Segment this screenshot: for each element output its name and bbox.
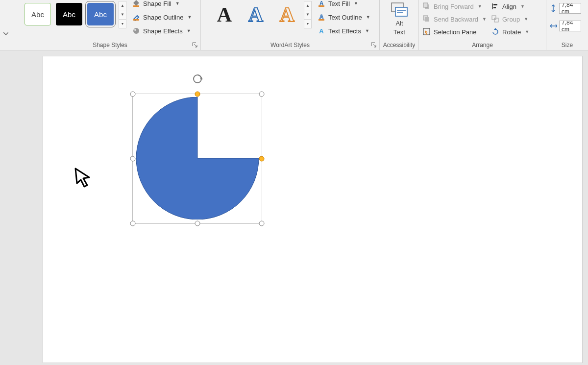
shape-style-thumb-1[interactable]: Abc (24, 3, 51, 25)
chevron-down-icon: ▼ (525, 29, 529, 34)
group-button[interactable]: Group ▼ (490, 13, 539, 25)
wordart-style-thumb-1[interactable]: A (211, 1, 238, 28)
text-effects-icon: A (318, 27, 325, 35)
group-accessibility: Alt Text Accessibility (380, 0, 419, 50)
svg-point-3 (134, 29, 136, 31)
svg-rect-10 (318, 19, 324, 21)
shape-width-field[interactable]: 7,84 cm (549, 21, 581, 31)
gallery-expand-button[interactable]: ▾ (119, 20, 126, 28)
ribbon-collapse-button[interactable] (0, 0, 12, 39)
ribbon: Abc Abc Abc ▲ ▼ ▾ Shape Fill ▼ (0, 0, 588, 50)
shape-effects-label: Shape Effects (143, 27, 183, 35)
shape-fill-button[interactable]: Shape Fill ▼ (130, 0, 182, 10)
chevron-down-icon: ▼ (175, 1, 180, 6)
alt-text-label-line1: Alt (395, 20, 403, 27)
chevron-down-icon: ▼ (524, 17, 528, 22)
shape-outline-button[interactable]: Shape Outline ▼ (130, 11, 194, 24)
svg-rect-1 (133, 19, 139, 21)
align-button[interactable]: Align ▼ (490, 0, 539, 13)
shape-style-gallery-scroll[interactable]: ▲ ▼ ▾ (119, 1, 126, 28)
text-outline-icon: A (318, 13, 325, 21)
letter-a-black-icon: A (213, 3, 236, 26)
selection-pane-label: Selection Pane (434, 28, 476, 36)
chevron-down-icon: ▼ (187, 15, 192, 20)
svg-rect-17 (423, 3, 428, 7)
shape-style-thumb-3[interactable]: Abc (87, 3, 114, 25)
gallery-scroll-up-button[interactable]: ▲ (304, 1, 311, 10)
shape-height-field[interactable]: 7,84 cm (549, 3, 581, 14)
group-icon (491, 15, 499, 23)
rotate-label: Rotate (502, 28, 521, 36)
wordart-style-thumb-2[interactable]: A (242, 1, 270, 28)
text-outline-label: Text Outline (328, 14, 362, 21)
chevron-down-icon: ▼ (306, 12, 310, 17)
rotate-button[interactable]: Rotate ▼ (490, 25, 539, 38)
svg-text:A: A (248, 3, 264, 26)
chevron-up-icon: ▲ (306, 3, 310, 8)
gallery-scroll-down-button[interactable]: ▼ (119, 10, 126, 19)
shape-effects-icon (132, 27, 140, 35)
wordart-style-thumb-3[interactable]: A (273, 1, 301, 28)
alt-text-button[interactable]: Alt Text (385, 0, 414, 38)
svg-text:A: A (280, 3, 295, 26)
shape-style-thumb-label: Abc (63, 10, 75, 19)
alt-text-label-line2: Text (393, 29, 405, 36)
group-label-arrange: Arrange (472, 42, 493, 49)
selected-pie-shape[interactable] (136, 97, 259, 219)
expand-icon: ▾ (307, 22, 309, 26)
send-backward-button[interactable]: Send Backward ▼ (421, 13, 490, 25)
gallery-scroll-up-button[interactable]: ▲ (119, 1, 126, 10)
selection-pane-icon (423, 28, 431, 36)
shape-effects-button[interactable]: Shape Effects ▼ (130, 24, 193, 37)
text-fill-label: Text Fill (328, 0, 350, 7)
group-label-wordart-styles: WordArt Styles (270, 42, 310, 49)
svg-rect-8 (318, 5, 324, 7)
group-label-accessibility: Accessibility (383, 42, 415, 49)
bring-forward-label: Bring Forward (434, 3, 474, 10)
chevron-down-icon: ▼ (520, 4, 525, 9)
shape-width-input[interactable]: 7,84 cm (559, 21, 581, 31)
svg-rect-24 (494, 18, 498, 22)
wordart-styles-launcher[interactable] (370, 42, 377, 49)
group-label-size: Size (562, 42, 573, 49)
expand-icon: ▾ (122, 22, 123, 26)
chevron-up-icon: ▲ (121, 3, 124, 8)
chevron-down-icon: ▼ (354, 1, 358, 6)
svg-text:A: A (319, 27, 324, 35)
shape-width-value: 7,84 cm (562, 21, 579, 31)
document-page[interactable] (43, 56, 582, 363)
text-effects-button[interactable]: A Text Effects ▼ (316, 24, 371, 37)
svg-rect-23 (492, 16, 496, 20)
letter-a-outline-blue-icon: A (244, 3, 268, 26)
gallery-scroll-down-button[interactable]: ▼ (304, 10, 311, 19)
wordart-gallery-scroll[interactable]: ▲ ▼ ▾ (304, 1, 312, 28)
selection-pane-button[interactable]: Selection Pane (421, 25, 490, 38)
group-size: 7,84 cm 7,84 cm Size (546, 0, 588, 50)
height-icon (549, 4, 557, 12)
chevron-down-icon: ▼ (187, 28, 191, 33)
svg-rect-20 (493, 7, 496, 8)
gallery-expand-button[interactable]: ▾ (304, 20, 311, 28)
text-fill-button[interactable]: A Text Fill ▼ (316, 0, 360, 10)
rotate-icon (491, 28, 499, 36)
width-icon (549, 22, 557, 30)
text-effects-label: Text Effects (328, 27, 361, 35)
shape-height-input[interactable]: 7,84 cm (559, 3, 581, 14)
text-outline-button[interactable]: A Text Outline ▼ (316, 11, 372, 24)
shape-style-thumb-label: Abc (94, 10, 107, 19)
shape-outline-label: Shape Outline (143, 14, 183, 21)
bring-forward-icon (423, 2, 431, 10)
shape-fill-label: Shape Fill (143, 0, 172, 7)
group-wordart-styles: A A A ▲ ▼ ▾ A Text Fill ▼ A (201, 0, 380, 50)
shape-outline-icon (132, 13, 140, 21)
alt-text-icon (391, 2, 408, 19)
align-label: Align (502, 3, 516, 10)
svg-rect-0 (133, 5, 139, 7)
shape-styles-launcher[interactable] (192, 42, 198, 49)
svg-rect-19 (493, 4, 497, 5)
group-shape-styles: Abc Abc Abc ▲ ▼ ▾ Shape Fill ▼ (20, 0, 201, 50)
send-backward-label: Send Backward (434, 16, 478, 23)
shape-style-thumb-2[interactable]: Abc (56, 3, 82, 25)
send-backward-icon (423, 15, 431, 23)
bring-forward-button[interactable]: Bring Forward ▼ (421, 0, 490, 13)
